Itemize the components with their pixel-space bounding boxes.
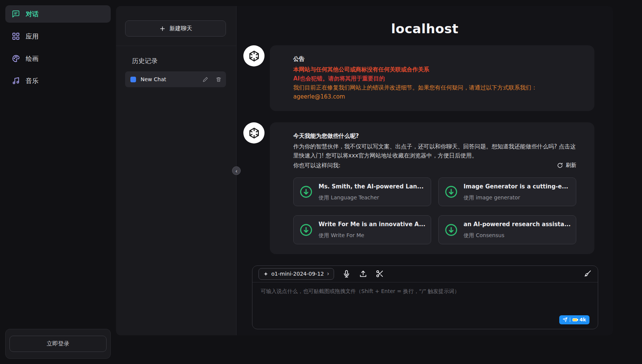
download-circle-icon bbox=[299, 185, 313, 199]
sidebar-item-label: 对话 bbox=[26, 10, 39, 19]
suggestion-subtitle: 使用 Write For Me bbox=[319, 231, 425, 239]
plus-icon bbox=[159, 25, 166, 32]
chat-main-area: ‹ localhost 公告 本网站与任何其他公司或商标没有任何关联或合作关系 … bbox=[236, 6, 613, 335]
battery-icon bbox=[572, 318, 577, 321]
broom-icon bbox=[583, 270, 592, 278]
badge-divider bbox=[570, 318, 570, 322]
assistant-avatar bbox=[243, 45, 265, 66]
welcome-heading: 今天我能为您做些什么呢? bbox=[293, 131, 576, 140]
music-note-icon bbox=[12, 77, 20, 85]
openai-logo-icon bbox=[247, 126, 261, 140]
message-composer: o1-mini-2024-09-12 › bbox=[252, 265, 598, 329]
sidebar-footer: 立即登录 bbox=[5, 329, 111, 359]
sidebar-item-label: 应用 bbox=[26, 32, 39, 41]
clear-context-broom-button[interactable] bbox=[583, 270, 592, 278]
announcement-line: AI也会犯错。请勿将其用于重要目的 bbox=[293, 74, 576, 83]
suggestion-title: Ms. Smith, the AI-powered Lan... bbox=[319, 182, 424, 191]
microphone-button[interactable] bbox=[342, 270, 351, 278]
ask-hint: 你也可以这样问我: bbox=[293, 161, 340, 170]
palette-icon bbox=[12, 54, 20, 63]
conversation-panel: 新建聊天 历史记录 New Chat bbox=[116, 6, 236, 335]
scissors-icon bbox=[376, 270, 384, 278]
assistant-message: 公告 本网站与任何其他公司或商标没有任何关联或合作关系 AI也会犯错。请勿将其用… bbox=[243, 45, 613, 111]
welcome-body: 作为你的智慧伙伴，我不仅可以写文案、出点子，还可以和你聊天、回答问题。想知道我还… bbox=[293, 142, 576, 160]
composer-toolbar: o1-mini-2024-09-12 › bbox=[252, 266, 598, 282]
chat-input[interactable] bbox=[252, 282, 598, 320]
sidebar-item-drawing[interactable]: 绘画 bbox=[5, 50, 111, 67]
apps-grid-icon bbox=[12, 32, 20, 40]
conversation-color-dot bbox=[130, 77, 136, 82]
chevron-right-icon: › bbox=[327, 270, 329, 277]
suggestion-text: Ms. Smith, the AI-powered Lan... 使用 Lang… bbox=[319, 182, 424, 202]
suggestion-card[interactable]: an AI-powered research assista... 使用 Con… bbox=[438, 215, 576, 244]
announcement-bubble: 公告 本网站与任何其他公司或商标没有任何关联或合作关系 AI也会犯错。请勿将其用… bbox=[270, 45, 594, 111]
sidebar-item-chat[interactable]: 对话 bbox=[5, 5, 111, 23]
suggestion-title: Write For Me is an innovative A... bbox=[319, 220, 425, 229]
suggestion-title: an AI-powered research assista... bbox=[464, 220, 571, 229]
assistant-message: 今天我能为您做些什么呢? 作为你的智慧伙伴，我不仅可以写文案、出点子，还可以和你… bbox=[243, 122, 613, 254]
download-circle-icon bbox=[444, 185, 458, 199]
model-selector[interactable]: o1-mini-2024-09-12 › bbox=[258, 268, 334, 280]
announcement-line: 本网站与任何其他公司或商标没有任何关联或合作关系 bbox=[293, 65, 576, 74]
openai-logo-icon bbox=[247, 49, 261, 63]
collapse-sidebar-handle[interactable]: ‹ bbox=[232, 167, 241, 175]
suggestion-text: Write For Me is an innovative A... 使用 Wr… bbox=[319, 220, 425, 239]
download-circle-icon bbox=[299, 223, 313, 237]
sidebar-item-label: 音乐 bbox=[26, 77, 39, 85]
download-circle-icon bbox=[444, 223, 458, 237]
new-chat-label: 新建聊天 bbox=[170, 25, 192, 32]
suggestion-subtitle: 使用 Language Teacher bbox=[319, 193, 424, 202]
chat-window: 新建聊天 历史记录 New Chat ‹ localhost bbox=[116, 6, 583, 335]
suggestion-text: Image Generator is a cutting-e... 使用 ima… bbox=[464, 182, 568, 202]
welcome-bubble: 今天我能为您做些什么呢? 作为你的智慧伙伴，我不仅可以写文案、出点子，还可以和你… bbox=[270, 122, 594, 254]
suggestion-subtitle: 使用 image generator bbox=[464, 193, 568, 202]
delete-trash-icon[interactable] bbox=[216, 77, 221, 82]
refresh-suggestions-button[interactable]: 刷新 bbox=[557, 162, 576, 169]
conversation-list-item[interactable]: New Chat bbox=[125, 71, 226, 87]
assistant-avatar bbox=[243, 122, 265, 143]
hint-row: 你也可以这样问我: 刷新 bbox=[293, 161, 576, 170]
edit-pencil-icon[interactable] bbox=[203, 77, 208, 82]
refresh-icon bbox=[557, 162, 563, 168]
history-title: 历史记录 bbox=[132, 57, 227, 65]
refresh-label: 刷新 bbox=[566, 162, 576, 169]
upload-icon bbox=[359, 270, 367, 278]
app-sidebar: 对话 应用 绘画 音乐 立即登录 bbox=[0, 0, 116, 364]
conversation-panel-header: 新建聊天 bbox=[116, 6, 236, 46]
suggestion-subtitle: 使用 Consensus bbox=[464, 231, 571, 239]
announcement-heading: 公告 bbox=[293, 54, 576, 63]
token-count-badge: 4k bbox=[580, 317, 586, 322]
login-button[interactable]: 立即登录 bbox=[9, 336, 107, 352]
suggestion-grid: Ms. Smith, the AI-powered Lan... 使用 Lang… bbox=[293, 177, 576, 244]
contact-email-link[interactable]: ageerle@163.com bbox=[293, 92, 576, 101]
model-name: o1-mini-2024-09-12 bbox=[271, 271, 324, 277]
announcement-line: 我们目前正在修复我们网站上的错误并改进细节。如果您有任何疑问，请通过以下方式联系… bbox=[293, 83, 576, 92]
microphone-icon bbox=[342, 270, 351, 278]
page-title: localhost bbox=[237, 21, 613, 36]
conversation-title: New Chat bbox=[141, 76, 195, 82]
send-button[interactable]: 4k bbox=[559, 315, 590, 324]
screenshot-scissors-button[interactable] bbox=[376, 270, 384, 278]
suggestion-card[interactable]: Ms. Smith, the AI-powered Lan... 使用 Lang… bbox=[293, 177, 431, 206]
suggestion-title: Image Generator is a cutting-e... bbox=[464, 182, 568, 191]
upload-button[interactable] bbox=[359, 270, 367, 278]
paper-plane-icon bbox=[563, 317, 568, 322]
suggestion-card[interactable]: Write For Me is an innovative A... 使用 Wr… bbox=[293, 215, 431, 244]
chat-icon bbox=[12, 10, 20, 18]
suggestion-text: an AI-powered research assista... 使用 Con… bbox=[464, 220, 571, 239]
sidebar-item-apps[interactable]: 应用 bbox=[5, 28, 111, 45]
sparkle-icon bbox=[263, 271, 268, 276]
sidebar-item-label: 绘画 bbox=[26, 54, 39, 63]
message-list: 公告 本网站与任何其他公司或商标没有任何关联或合作关系 AI也会犯错。请勿将其用… bbox=[237, 36, 613, 265]
suggestion-card[interactable]: Image Generator is a cutting-e... 使用 ima… bbox=[438, 177, 576, 206]
new-chat-button[interactable]: 新建聊天 bbox=[125, 20, 226, 37]
sidebar-item-music[interactable]: 音乐 bbox=[5, 72, 111, 89]
